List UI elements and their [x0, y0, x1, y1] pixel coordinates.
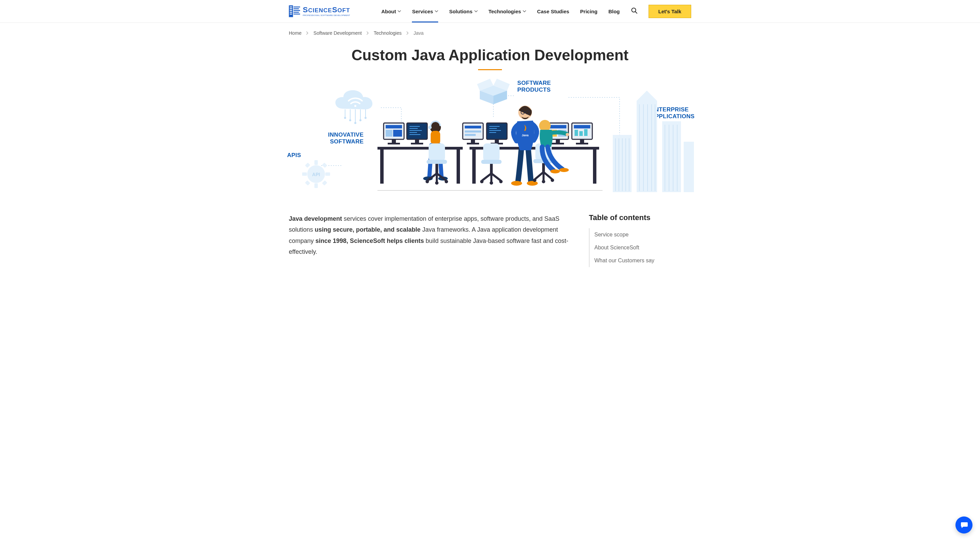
nav-case-studies[interactable]: Case Studies [537, 0, 569, 22]
box-icon [473, 75, 514, 106]
svg-rect-63 [472, 149, 476, 184]
toc-item-about-sciencesoft[interactable]: About ScienceSoft [590, 241, 691, 254]
toc-item-customers-say[interactable]: What our Customers say [590, 254, 691, 267]
svg-rect-96 [556, 140, 560, 143]
svg-point-127 [499, 180, 503, 183]
chevron-down-icon [435, 10, 438, 12]
svg-rect-66 [386, 125, 402, 129]
nav-label: Blog [608, 8, 620, 14]
svg-point-125 [480, 180, 484, 183]
svg-rect-4 [290, 10, 292, 11]
breadcrumb-software-development[interactable]: Software Development [313, 30, 362, 36]
nav-services[interactable]: Services [412, 0, 438, 22]
svg-point-128 [511, 181, 522, 186]
svg-rect-137 [542, 163, 545, 172]
search-icon [631, 7, 638, 15]
svg-rect-103 [580, 140, 584, 143]
nav-label: Pricing [580, 8, 597, 14]
svg-point-143 [551, 179, 554, 182]
svg-rect-8 [294, 8, 299, 9]
hero-illustration: APIS INNOVATIVESOFTWARE SOFTWAREPRODUCTS… [285, 77, 695, 193]
nav-blog[interactable]: Blog [608, 0, 620, 22]
svg-rect-43 [684, 142, 694, 192]
svg-rect-34 [325, 172, 330, 176]
chevron-right-icon [306, 31, 309, 35]
svg-point-12 [632, 8, 636, 12]
site-header: SCIENCESOFT Professional Software Develo… [0, 0, 980, 23]
svg-rect-61 [457, 149, 460, 184]
chevron-down-icon [523, 10, 526, 12]
svg-rect-112 [436, 164, 438, 173]
svg-rect-60 [380, 149, 383, 184]
svg-rect-2 [290, 6, 292, 8]
nav-label: About [381, 8, 396, 14]
toc-title: Table of contents [589, 213, 691, 222]
svg-rect-102 [584, 129, 587, 136]
lead-paragraph: Java development services cover implemen… [289, 213, 575, 267]
logo[interactable]: SCIENCESOFT Professional Software Develo… [289, 5, 350, 18]
svg-point-147 [559, 168, 569, 172]
svg-point-144 [539, 120, 551, 132]
svg-rect-3 [290, 8, 292, 9]
nav-pricing[interactable]: Pricing [580, 0, 597, 22]
svg-rect-99 [574, 125, 590, 129]
logo-icon [289, 5, 301, 18]
svg-line-13 [635, 12, 637, 14]
svg-point-118 [445, 180, 448, 183]
svg-rect-81 [465, 130, 481, 133]
svg-rect-11 [294, 14, 300, 15]
svg-rect-101 [579, 131, 583, 136]
gear-api-text: API [312, 172, 320, 177]
svg-rect-82 [465, 134, 476, 136]
svg-rect-69 [392, 140, 396, 143]
svg-rect-106 [431, 131, 440, 144]
breadcrumb: Home Software Development Technologies J… [285, 23, 695, 43]
svg-point-126 [490, 181, 493, 185]
svg-rect-111 [426, 160, 447, 164]
svg-rect-5 [290, 12, 292, 13]
search-button[interactable] [631, 7, 638, 15]
svg-rect-85 [487, 123, 507, 140]
breadcrumb-home[interactable]: Home [289, 30, 301, 36]
svg-rect-84 [467, 143, 479, 144]
svg-rect-37 [305, 180, 310, 186]
svg-rect-38 [322, 180, 327, 186]
nav-solutions[interactable]: Solutions [449, 0, 477, 22]
breadcrumb-technologies[interactable]: Technologies [374, 30, 402, 36]
svg-line-138 [535, 172, 544, 179]
svg-rect-71 [407, 123, 427, 140]
nav-label: Services [412, 8, 433, 14]
svg-point-129 [527, 181, 538, 186]
nav-about[interactable]: About [381, 0, 401, 22]
chevron-right-icon [406, 31, 409, 35]
page-title: Custom Java Application Development [0, 47, 980, 64]
lets-talk-button[interactable]: Let's Talk [649, 5, 691, 18]
svg-point-146 [550, 169, 560, 173]
svg-point-117 [435, 181, 439, 185]
svg-rect-35 [305, 162, 310, 168]
svg-point-141 [533, 179, 536, 182]
svg-rect-121 [490, 164, 493, 173]
svg-rect-93 [549, 125, 566, 129]
buildings-icon [609, 87, 695, 193]
svg-rect-10 [294, 12, 299, 13]
breadcrumb-current: Java [414, 30, 424, 36]
svg-line-122 [482, 173, 492, 180]
svg-point-142 [542, 180, 545, 183]
svg-point-116 [426, 180, 429, 183]
svg-rect-97 [552, 143, 564, 144]
svg-rect-120 [481, 160, 501, 164]
nav-technologies[interactable]: Technologies [488, 0, 527, 22]
nav-label: Technologies [488, 8, 521, 14]
chevron-down-icon [398, 10, 401, 12]
svg-rect-68 [393, 130, 402, 136]
toc-item-service-scope[interactable]: Service scope [590, 228, 691, 241]
svg-rect-119 [483, 143, 500, 161]
svg-rect-59 [377, 147, 463, 149]
svg-point-145 [566, 133, 569, 136]
svg-marker-41 [636, 90, 657, 101]
svg-rect-77 [415, 140, 419, 143]
svg-line-123 [492, 173, 500, 180]
svg-rect-9 [294, 10, 300, 11]
logo-text: SCIENCESOFT Professional Software Develo… [303, 6, 350, 16]
